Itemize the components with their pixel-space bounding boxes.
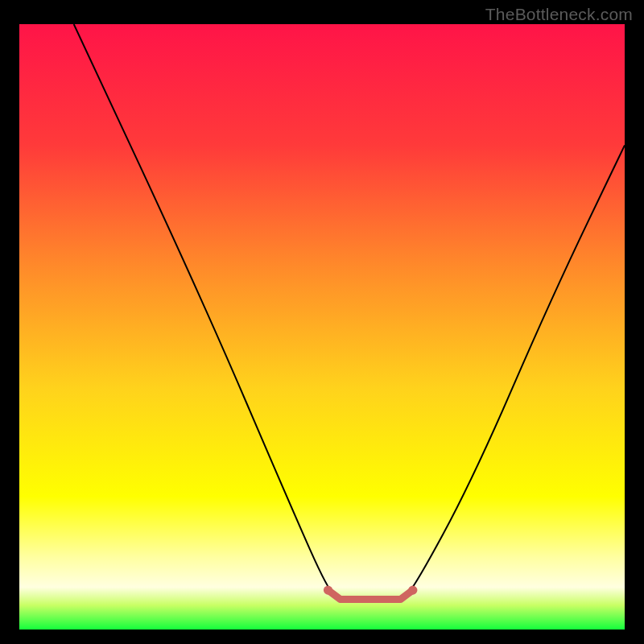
watermark-text: TheBottleneck.com <box>485 5 633 24</box>
flat-band-start-dot <box>324 585 332 594</box>
gradient-background <box>19 24 625 630</box>
flat-band-end-dot <box>408 585 417 594</box>
chart-plot <box>19 24 625 630</box>
chart-frame: TheBottleneck.com <box>0 0 644 644</box>
